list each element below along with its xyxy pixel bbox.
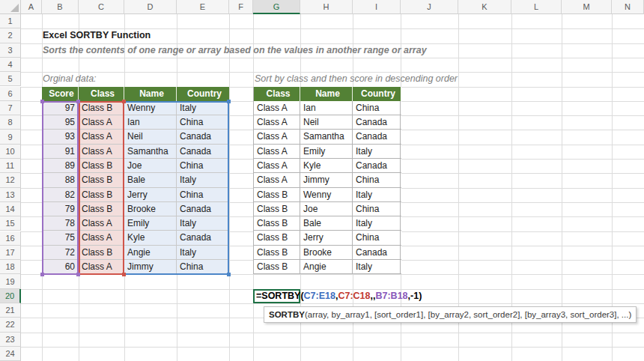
- cell[interactable]: Class B: [79, 101, 124, 115]
- cell[interactable]: Class B: [254, 216, 300, 230]
- column-header-d[interactable]: D: [124, 0, 177, 14]
- cell[interactable]: Bale: [124, 173, 177, 186]
- cell[interactable]: Class B: [254, 246, 300, 259]
- cell[interactable]: Angie: [124, 246, 177, 259]
- cell[interactable]: Class A: [254, 130, 300, 143]
- cell[interactable]: Class A: [254, 101, 300, 115]
- cell[interactable]: 93: [42, 130, 79, 143]
- cell[interactable]: Joe: [300, 202, 353, 216]
- cell[interactable]: Wenny: [300, 188, 353, 201]
- cell[interactable]: Class B: [254, 188, 300, 201]
- column-header-cell[interactable]: Country: [177, 87, 229, 101]
- cell[interactable]: 91: [42, 145, 79, 158]
- cell[interactable]: Italy: [353, 145, 401, 158]
- cell[interactable]: Class A: [79, 130, 124, 143]
- row-header-1[interactable]: 1: [0, 14, 21, 28]
- cell[interactable]: Canada: [177, 202, 229, 216]
- row-header-4[interactable]: 4: [0, 58, 21, 72]
- cell[interactable]: China: [177, 159, 229, 172]
- row-header-3[interactable]: 3: [0, 43, 21, 58]
- cell[interactable]: Class A: [254, 173, 300, 186]
- cell[interactable]: Ian: [300, 101, 353, 115]
- cell[interactable]: Bale: [300, 216, 353, 230]
- row-header-17[interactable]: 17: [0, 246, 21, 260]
- row-header-7[interactable]: 7: [0, 101, 21, 115]
- cell[interactable]: Italy: [353, 188, 401, 201]
- sorted-data-caption-cell[interactable]: Sort by class and then score in descendi…: [255, 72, 458, 86]
- column-header-k[interactable]: K: [458, 0, 511, 14]
- cell[interactable]: Emily: [124, 216, 177, 230]
- column-header-c[interactable]: C: [79, 0, 124, 14]
- cell[interactable]: 95: [42, 115, 79, 129]
- cell[interactable]: Italy: [177, 246, 229, 259]
- cell[interactable]: Emily: [300, 145, 353, 158]
- row-header-11[interactable]: 11: [0, 159, 21, 173]
- row-header-12[interactable]: 12: [0, 173, 21, 187]
- row-header-5[interactable]: 5: [0, 72, 21, 86]
- cell[interactable]: Class B: [79, 246, 124, 259]
- range-handle[interactable]: [227, 273, 231, 276]
- cell[interactable]: Class B: [79, 202, 124, 216]
- cell[interactable]: Italy: [353, 260, 401, 273]
- cell[interactable]: China: [353, 101, 401, 115]
- row-header-19[interactable]: 19: [0, 274, 21, 288]
- row-header-10[interactable]: 10: [0, 145, 21, 159]
- row-header-22[interactable]: 22: [0, 318, 21, 332]
- cell[interactable]: China: [353, 173, 401, 186]
- cell[interactable]: Wenny: [124, 101, 177, 115]
- sheet-title-cell[interactable]: Excel SORTBY Function: [43, 28, 151, 43]
- range-handle[interactable]: [76, 100, 80, 103]
- cell[interactable]: Class B: [79, 188, 124, 201]
- cell[interactable]: Class B: [79, 173, 124, 186]
- column-header-cell[interactable]: Class: [79, 87, 124, 101]
- cell[interactable]: 88: [42, 173, 79, 186]
- cell[interactable]: 75: [42, 231, 79, 244]
- cell[interactable]: Class B: [254, 202, 300, 216]
- cell[interactable]: Class A: [254, 159, 300, 172]
- row-header-15[interactable]: 15: [0, 216, 21, 231]
- cell[interactable]: Italy: [353, 216, 401, 230]
- cell[interactable]: Class A: [79, 231, 124, 244]
- cell[interactable]: Canada: [177, 145, 229, 158]
- cell[interactable]: Class A: [254, 145, 300, 158]
- cell[interactable]: China: [177, 115, 229, 129]
- cell[interactable]: Neil: [124, 130, 177, 143]
- cell[interactable]: Jerry: [300, 231, 353, 244]
- cell[interactable]: China: [177, 260, 229, 274]
- sheet-subtitle-cell[interactable]: Sorts the contents of one range or array…: [43, 43, 427, 58]
- cell[interactable]: Brooke: [124, 202, 177, 216]
- row-header-6[interactable]: 6: [0, 87, 21, 101]
- cell[interactable]: Samantha: [300, 130, 353, 143]
- range-handle[interactable]: [40, 273, 44, 276]
- cell[interactable]: 72: [42, 246, 79, 259]
- column-header-n[interactable]: N: [612, 0, 644, 14]
- cell[interactable]: Jimmy: [124, 260, 177, 274]
- column-header-cell[interactable]: Country: [353, 87, 401, 101]
- cell[interactable]: Samantha: [124, 145, 177, 158]
- column-header-i[interactable]: I: [353, 0, 401, 14]
- column-header-cell[interactable]: Score: [42, 87, 79, 101]
- cell[interactable]: Class B: [79, 159, 124, 172]
- row-header-13[interactable]: 13: [0, 188, 21, 202]
- column-header-f[interactable]: F: [229, 0, 253, 14]
- column-header-l[interactable]: L: [511, 0, 562, 14]
- cell[interactable]: Canada: [177, 231, 229, 244]
- column-header-m[interactable]: M: [562, 0, 612, 14]
- row-header-24[interactable]: 24: [0, 347, 21, 361]
- row-header-14[interactable]: 14: [0, 202, 21, 216]
- row-header-18[interactable]: 18: [0, 260, 21, 274]
- cell[interactable]: Class B: [254, 231, 300, 244]
- column-header-b[interactable]: B: [42, 0, 79, 14]
- cell[interactable]: Brooke: [300, 246, 353, 259]
- column-header-e[interactable]: E: [177, 0, 229, 14]
- cell[interactable]: Class A: [79, 145, 124, 158]
- column-header-g[interactable]: G: [253, 0, 300, 14]
- cell[interactable]: Class A: [79, 260, 124, 274]
- cell[interactable]: Jerry: [124, 188, 177, 201]
- row-header-8[interactable]: 8: [0, 115, 21, 130]
- row-header-20[interactable]: 20: [0, 289, 21, 303]
- range-handle[interactable]: [40, 100, 44, 103]
- range-handle[interactable]: [122, 273, 126, 276]
- cell[interactable]: 82: [42, 188, 79, 201]
- cell[interactable]: Canada: [353, 130, 401, 143]
